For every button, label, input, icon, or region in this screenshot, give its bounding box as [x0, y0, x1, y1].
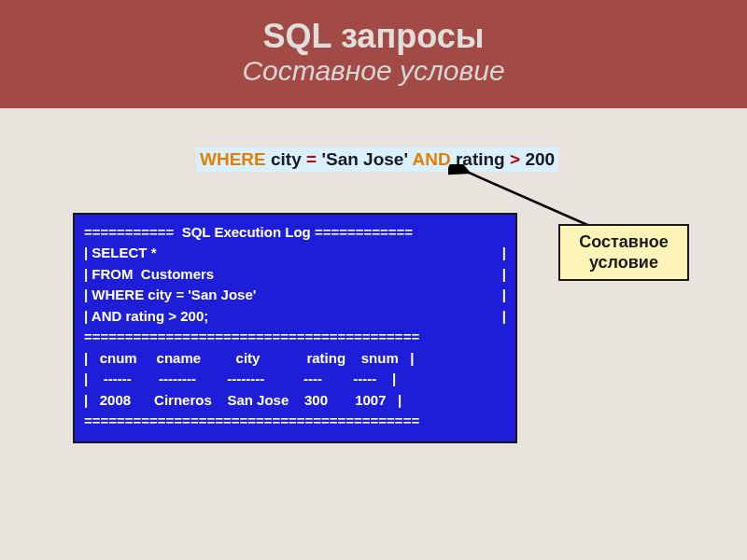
log-pipe: |: [502, 285, 506, 306]
log-pipe: |: [502, 264, 506, 286]
log-table-dashes: | ------ -------- -------- ---- ----- |: [84, 369, 506, 390]
log-divider-mid: ========================================…: [84, 327, 506, 348]
log-pipe: |: [502, 243, 506, 264]
page-subtitle: Составное условие: [0, 55, 747, 88]
log-select: | SELECT *: [84, 243, 157, 264]
log-table-header: | cnum cname city rating snum |: [84, 348, 506, 370]
text-city: city: [266, 149, 306, 169]
callout-line1: Составное: [564, 231, 684, 253]
log-from: | FROM Customers: [84, 264, 214, 286]
keyword-where: WHERE: [200, 149, 266, 169]
log-and: | AND rating > 200;: [84, 306, 208, 328]
where-clause-highlight: WHERE city = 'San Jose' AND rating > 200: [196, 147, 558, 172]
callout-line2: условие: [564, 252, 684, 273]
title-band: SQL запросы Составное условие: [0, 0, 747, 108]
log-where: | WHERE city = 'San Jose': [84, 285, 256, 306]
log-divider-top: =========== SQL Execution Log ==========…: [84, 222, 506, 244]
text-sanjose: 'San Jose': [317, 149, 412, 169]
op-gt: >: [510, 149, 520, 169]
log-table-row: | 2008 Cirneros San Jose 300 1007 |: [84, 390, 506, 412]
text-200: 200: [520, 149, 555, 169]
keyword-and: AND: [412, 149, 450, 169]
log-pipe: |: [502, 306, 506, 328]
callout-compound-condition: Составное условие: [558, 224, 689, 281]
text-rating: rating: [451, 149, 510, 169]
op-equals: =: [306, 149, 317, 169]
log-divider-bot: ========================================…: [84, 411, 506, 432]
sql-execution-log: =========== SQL Execution Log ==========…: [73, 213, 517, 443]
content-area: WHERE city = 'San Jose' AND rating > 200…: [0, 108, 747, 538]
page-title: SQL запросы: [0, 17, 747, 55]
